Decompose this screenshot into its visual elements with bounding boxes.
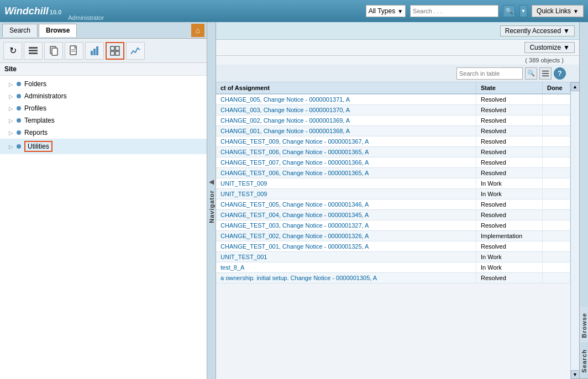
cell-state: Resolved (476, 220, 543, 231)
cell-done (543, 199, 570, 210)
tree-item-administrators[interactable]: ▷ Administrators (0, 90, 207, 102)
list-view-button[interactable] (24, 42, 43, 60)
tree-item-utilities[interactable]: ▷ Utilities (0, 139, 207, 154)
toolbar: ↻ (0, 39, 207, 63)
quick-links-button[interactable]: Quick Links ▼ (532, 5, 584, 17)
table-row[interactable]: CHANGE_TEST_006, Change Notice - 0000001… (216, 168, 570, 178)
scroll-up-button[interactable]: ▲ (571, 82, 580, 91)
tree-item-folders[interactable]: ▷ Folders (0, 78, 207, 90)
cell-state: Resolved (476, 241, 543, 252)
tree-arrow-reports: ▷ (9, 130, 13, 136)
search-options-button[interactable]: ▼ (519, 5, 527, 17)
refresh-button[interactable]: ↻ (3, 42, 22, 60)
table-row[interactable]: CHANGE_TEST_003, Change Notice - 0000001… (216, 220, 570, 231)
right-top-bar: Recently Accessed ▼ (216, 22, 579, 40)
tree-dot-utilities (17, 144, 21, 149)
cell-done (543, 210, 570, 220)
cell-assignment: CHANGE_TEST_007, Change Notice - 0000001… (216, 157, 476, 168)
svg-rect-11 (111, 46, 114, 50)
tree-item-reports[interactable]: ▷ Reports (0, 127, 207, 139)
cell-done (543, 136, 570, 147)
home-button[interactable]: ⌂ (191, 24, 204, 37)
scroll-down-button[interactable]: ▼ (571, 370, 580, 379)
cell-state: Implementation (476, 231, 543, 241)
search-input-top[interactable] (413, 8, 496, 14)
tab-search[interactable]: Search (2, 24, 38, 37)
tree-arrow-templates: ▷ (9, 118, 13, 124)
type-dropdown-arrow: ▼ (397, 8, 403, 14)
tab-search-label: Search (9, 27, 30, 34)
customize-arrow: ▼ (563, 44, 570, 51)
cell-state: Resolved (476, 126, 543, 136)
table-row[interactable]: CHANGE_TEST_004, Change Notice - 0000001… (216, 210, 570, 220)
table-search-input[interactable] (456, 67, 523, 80)
tree-arrow-folders: ▷ (9, 81, 13, 87)
left-panel: Search Browse ⌂ ↻ (0, 22, 207, 379)
tree-dot-administrators (17, 94, 21, 98)
table-row[interactable]: UNIT_TEST_001 In Work (216, 252, 570, 262)
cell-done (543, 178, 570, 189)
cell-state: In Work (476, 189, 543, 199)
table-row[interactable]: CHANGE_001, Change Notice - 0000001368, … (216, 126, 570, 136)
customize-button[interactable]: Customize ▼ (524, 42, 575, 53)
cell-state: Resolved (476, 105, 543, 115)
table-row[interactable]: CHANGE_TEST_007, Change Notice - 0000001… (216, 157, 570, 168)
tree-item-templates[interactable]: ▷ Templates (0, 114, 207, 127)
cell-assignment: UNIT_TEST_009 (216, 189, 476, 199)
table-row[interactable]: a ownership. initial setup. Change Notic… (216, 273, 570, 283)
navigator-panel[interactable]: ◀ Navigator (207, 22, 216, 379)
search-execute-button[interactable]: 🔍 (503, 5, 515, 17)
chart-button[interactable] (85, 42, 104, 60)
table-scrollbar[interactable]: ▲ ▼ (570, 82, 579, 379)
site-tree: ▷ Folders ▷ Administrators ▷ Profiles ▷ … (0, 76, 207, 379)
tree-label-templates: Templates (24, 117, 55, 124)
recently-accessed-button[interactable]: Recently Accessed ▼ (500, 25, 575, 36)
data-table-container: ct of Assignment State Done CHANGE_005, … (216, 82, 570, 379)
table-row[interactable]: CHANGE_TEST_005, Change Notice - 0000001… (216, 199, 570, 210)
col-state: State (476, 82, 543, 94)
cell-state: In Work (476, 262, 543, 273)
cell-done (543, 94, 570, 105)
grid-button[interactable] (106, 42, 124, 60)
table-row[interactable]: CHANGE_TEST_009, Change Notice - 0000001… (216, 136, 570, 147)
table-row[interactable]: test_8_A In Work (216, 262, 570, 273)
cell-assignment: UNIT_TEST_009 (216, 178, 476, 189)
bar-chart-button[interactable] (126, 42, 145, 60)
tab-browse[interactable]: Browse (39, 24, 77, 37)
objects-count: ( 389 objects ) (216, 56, 579, 65)
main-layout: Search Browse ⌂ ↻ (0, 22, 588, 379)
tree-dot-profiles (17, 106, 21, 110)
table-row[interactable]: CHANGE_005, Change Notice - 0000001371, … (216, 94, 570, 105)
table-help-button[interactable]: ? (554, 67, 566, 80)
cell-assignment: test_8_A (216, 262, 476, 273)
logo-windchill: Windchill (4, 6, 49, 17)
cell-assignment: CHANGE_TEST_006, Change Notice - 0000001… (216, 168, 476, 178)
svg-rect-10 (96, 46, 98, 55)
table-row[interactable]: CHANGE_003, Change Notice - 0000001370, … (216, 105, 570, 115)
scroll-track[interactable] (571, 91, 579, 370)
site-label: Site (0, 63, 207, 76)
table-row[interactable]: UNIT_TEST_009 In Work (216, 178, 570, 189)
type-dropdown[interactable]: All Types ▼ (366, 5, 406, 17)
cell-done (543, 252, 570, 262)
table-config-button[interactable] (539, 67, 552, 80)
side-tab-search[interactable]: Search (580, 344, 589, 379)
cell-done (543, 126, 570, 136)
table-row[interactable]: CHANGE_TEST_006, Change Notice - 0000001… (216, 147, 570, 157)
table-row[interactable]: CHANGE_TEST_001, Change Notice - 0000001… (216, 241, 570, 252)
table-row[interactable]: CHANGE_TEST_002, Change Notice - 0000001… (216, 231, 570, 241)
copy-button[interactable] (44, 42, 63, 60)
doc-button[interactable] (65, 42, 83, 60)
cell-state: Resolved (476, 157, 543, 168)
table-search-button[interactable]: 🔍 (525, 67, 537, 80)
table-row[interactable]: UNIT_TEST_009 In Work (216, 189, 570, 199)
cell-assignment: CHANGE_001, Change Notice - 0000001368, … (216, 126, 476, 136)
table-row[interactable]: CHANGE_002, Change Notice - 0000001369, … (216, 115, 570, 126)
tree-item-profiles[interactable]: ▷ Profiles (0, 102, 207, 114)
svg-rect-4 (52, 48, 57, 55)
cell-assignment: CHANGE_003, Change Notice - 0000001370, … (216, 105, 476, 115)
tab-browse-label: Browse (46, 27, 70, 34)
cell-done (543, 189, 570, 199)
side-tab-browse[interactable]: Browse (580, 307, 589, 344)
cell-state: Resolved (476, 94, 543, 105)
